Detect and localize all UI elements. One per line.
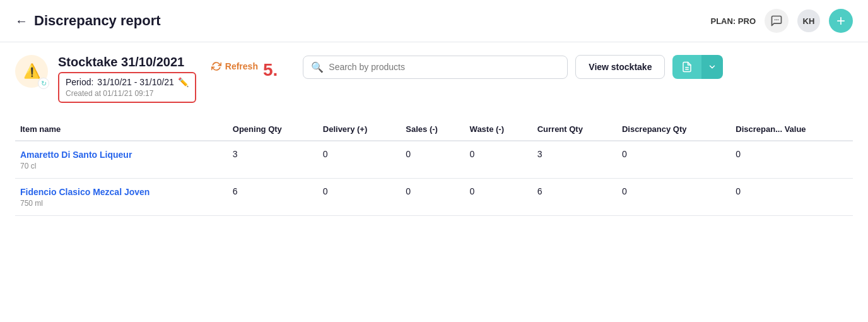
table-container: Item name Opening Qty Delivery (+) Sales… — [15, 118, 853, 216]
cell-delivery: 0 — [318, 179, 401, 216]
refresh-label: Refresh — [225, 61, 258, 71]
cell-sales: 0 — [401, 141, 464, 179]
created-label: Created at 01/11/21 09:17 — [66, 89, 189, 98]
export-button[interactable] — [672, 55, 701, 79]
cell-delivery: 0 — [318, 141, 401, 179]
table-row: Amaretto Di Santo Liqueur 70 cl 3 0 0 0 … — [15, 141, 853, 179]
cell-opening-qty: 6 — [228, 179, 318, 216]
cell-waste: 0 — [465, 141, 532, 179]
add-button[interactable]: + — [829, 9, 853, 33]
chat-icon — [770, 15, 783, 27]
cell-discrepancy-qty: 0 — [617, 179, 730, 216]
cell-current-qty: 6 — [532, 179, 617, 216]
cell-sales: 0 — [401, 179, 464, 216]
period-box: Period: 31/10/21 - 31/10/21 ✏️ Created a… — [58, 72, 196, 103]
step-number: 5. — [263, 60, 278, 80]
item-name-link[interactable]: Amaretto Di Santo Liqueur — [20, 149, 223, 160]
header-left: ← Discrepancy report — [15, 13, 161, 29]
sync-icon: ↻ — [38, 78, 49, 89]
svg-point-0 — [775, 20, 776, 21]
period-line: Period: 31/10/21 - 31/10/21 ✏️ — [66, 77, 189, 87]
col-opening-qty: Opening Qty — [228, 118, 318, 141]
chat-button[interactable] — [765, 9, 789, 33]
col-item-name: Item name — [15, 118, 228, 141]
table-header: Item name Opening Qty Delivery (+) Sales… — [15, 118, 853, 141]
stocktake-info: Stocktake 31/10/2021 Period: 31/10/21 - … — [58, 55, 196, 103]
cell-waste: 0 — [465, 179, 532, 216]
period-value: 31/10/21 - 31/10/21 — [97, 77, 173, 87]
page-title: Discrepancy report — [34, 13, 161, 29]
cell-current-qty: 3 — [532, 141, 617, 179]
content-area: ⚠️ ↻ Stocktake 31/10/2021 Period: 31/10/… — [0, 42, 868, 216]
svg-point-2 — [778, 20, 779, 21]
cell-item-name: Fidencio Clasico Mezcal Joven 750 ml — [15, 179, 228, 216]
col-delivery: Delivery (+) — [318, 118, 401, 141]
col-sales: Sales (-) — [401, 118, 464, 141]
stocktake-title: Stocktake 31/10/2021 — [58, 55, 196, 69]
dropdown-button[interactable] — [701, 55, 723, 79]
col-discrepancy-value: Discrepan... Value — [730, 118, 853, 141]
avatar: KH — [797, 9, 820, 32]
item-name-link[interactable]: Fidencio Clasico Mezcal Joven — [20, 186, 223, 198]
discrepancy-table: Item name Opening Qty Delivery (+) Sales… — [15, 118, 853, 216]
warning-icon: ⚠️ — [23, 63, 40, 80]
stocktake-icon: ⚠️ ↻ — [15, 55, 48, 88]
plan-badge: PLAN: PRO — [710, 16, 756, 26]
cell-discrepancy-value: 0 — [730, 179, 853, 216]
view-stocktake-button[interactable]: View stocktake — [575, 55, 665, 79]
period-label: Period: — [66, 77, 93, 87]
search-input[interactable] — [329, 62, 560, 72]
chevron-down-icon — [708, 63, 717, 71]
svg-point-1 — [776, 20, 777, 21]
cell-discrepancy-qty: 0 — [617, 141, 730, 179]
table-row: Fidencio Clasico Mezcal Joven 750 ml 6 0… — [15, 179, 853, 216]
back-button[interactable]: ← — [15, 14, 28, 28]
table-body: Amaretto Di Santo Liqueur 70 cl 3 0 0 0 … — [15, 141, 853, 216]
stocktake-controls: 🔍 View stocktake — [303, 55, 853, 79]
col-waste: Waste (-) — [465, 118, 532, 141]
header-right: PLAN: PRO KH + — [710, 9, 853, 33]
item-unit: 750 ml — [20, 199, 223, 208]
cell-discrepancy-value: 0 — [730, 141, 853, 179]
action-button-group — [672, 55, 723, 79]
item-unit: 70 cl — [20, 162, 223, 170]
search-icon: 🔍 — [311, 61, 324, 73]
col-current-qty: Current Qty — [532, 118, 617, 141]
edit-icon[interactable]: ✏️ — [178, 77, 189, 87]
stocktake-row: ⚠️ ↻ Stocktake 31/10/2021 Period: 31/10/… — [15, 55, 853, 103]
refresh-icon — [211, 61, 221, 71]
cell-item-name: Amaretto Di Santo Liqueur 70 cl — [15, 141, 228, 179]
document-icon — [681, 61, 693, 73]
refresh-button[interactable]: Refresh — [211, 61, 258, 71]
search-bar[interactable]: 🔍 — [303, 56, 568, 79]
header: ← Discrepancy report PLAN: PRO KH + — [0, 0, 868, 42]
col-discrepancy-qty: Discrepancy Qty — [617, 118, 730, 141]
cell-opening-qty: 3 — [228, 141, 318, 179]
